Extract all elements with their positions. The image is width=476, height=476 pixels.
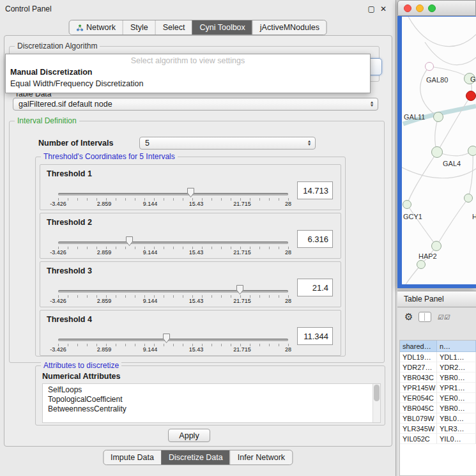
table-cell[interactable]: YLR3…: [437, 424, 476, 434]
network-node[interactable]: [431, 146, 443, 158]
scale-label: 2.859: [97, 346, 112, 353]
list-item-betweennesscentrality[interactable]: BetweennessCentrality: [48, 404, 372, 414]
minimize-traffic-light-button[interactable]: [416, 4, 424, 12]
table-cell[interactable]: YBR043C: [400, 372, 437, 383]
table-cell[interactable]: YLR345W: [400, 424, 437, 434]
table-cell[interactable]: YDL19…: [400, 352, 437, 362]
tab-discretize-data[interactable]: Discretize Data: [161, 450, 230, 464]
table-row[interactable]: YDL19…YDL1…: [400, 352, 476, 362]
table-cell[interactable]: YIL0…: [437, 434, 476, 444]
threshold-4-value-field[interactable]: 11.344: [297, 327, 333, 345]
tab-style[interactable]: Style: [123, 20, 155, 35]
scale-label: 2.859: [97, 201, 112, 207]
gear-icon[interactable]: ⚙: [404, 311, 413, 323]
threshold-4-slider-thumb[interactable]: [162, 333, 171, 344]
table-row[interactable]: YBR043CYBR0…: [400, 372, 476, 383]
scrollbar-thumb[interactable]: [374, 385, 380, 401]
threshold-label: Threshold 3: [47, 266, 92, 275]
tab-infer-network[interactable]: Infer Network: [230, 450, 292, 464]
scrollbar[interactable]: [372, 384, 380, 422]
table-row[interactable]: YLR345WYLR3…: [400, 424, 476, 434]
threshold-1-slider-thumb[interactable]: [187, 187, 195, 198]
row-selection-icons[interactable]: ☑☑: [437, 314, 450, 321]
table-row[interactable]: YBL079WYBL0…: [400, 413, 476, 424]
number-of-intervals-combobox[interactable]: 5 ▲▼: [139, 137, 316, 150]
float-window-button[interactable]: ▢: [368, 4, 375, 13]
zoom-traffic-light-button[interactable]: [428, 4, 436, 12]
threshold-4-slider-track[interactable]: [58, 339, 288, 341]
scale-label: 9.144: [143, 249, 158, 256]
table-row[interactable]: YPR145WYPR1…: [400, 383, 476, 393]
network-node[interactable]: [468, 146, 476, 156]
close-traffic-light-button[interactable]: [404, 4, 411, 12]
threshold-1-slider-track[interactable]: [58, 193, 288, 196]
scale-label: 21.715: [233, 201, 251, 207]
node-label: GA: [470, 75, 476, 83]
tab-impute-data[interactable]: Impute Data: [104, 450, 161, 464]
table-cell[interactable]: YBL079W: [400, 413, 437, 424]
network-node[interactable]: [425, 62, 434, 71]
network-node[interactable]: [433, 112, 443, 122]
node-label: GAL4: [443, 160, 461, 167]
tab-select[interactable]: Select: [155, 20, 192, 35]
threshold-label: Threshold 1: [47, 169, 92, 178]
tab-label: Style: [130, 23, 148, 32]
threshold-3-value-field[interactable]: 21.4: [297, 279, 333, 296]
network-node[interactable]: [403, 200, 411, 209]
table-cell[interactable]: YER0…: [437, 393, 476, 403]
dropdown-option-equal-width-frequency-discretization[interactable]: Equal Width/Frequency Discretization: [6, 78, 370, 89]
tab-cyni-toolbox[interactable]: Cyni Toolbox: [192, 20, 252, 35]
table-cell[interactable]: YDR27…: [400, 362, 437, 372]
dropdown-placeholder: Select algorithm to view settings: [6, 54, 370, 66]
scale-label: 15.43: [189, 249, 204, 256]
threshold-1-value-field[interactable]: 14.713: [297, 181, 333, 199]
network-canvas[interactable]: GAL80GAGAL11GAL4GCY1HHAP2: [402, 17, 476, 284]
table-row[interactable]: YIL052CYIL0…: [400, 434, 476, 444]
stepper-icon: ▲▼: [366, 101, 374, 107]
table-cell[interactable]: YDL1…: [437, 352, 476, 362]
tab-jactivemnodules[interactable]: jActiveMNodules: [252, 20, 326, 35]
table-cell[interactable]: YER054C: [400, 393, 437, 403]
table-row[interactable]: YER054CYER0…: [400, 393, 476, 403]
table-cell[interactable]: YBR045C: [400, 403, 437, 413]
table-row[interactable]: YDR27…YDR2…: [400, 362, 476, 372]
table-cell[interactable]: YDR2…: [437, 362, 476, 372]
column-header-1[interactable]: n…: [437, 341, 476, 352]
table-cell[interactable]: YBL0…: [437, 413, 476, 424]
table-cell[interactable]: YBR0…: [437, 403, 476, 413]
threshold-2-slider-thumb[interactable]: [125, 236, 134, 247]
scale-label: -3.426: [50, 346, 66, 353]
threshold-2-value-field[interactable]: 6.316: [297, 230, 333, 248]
table-cell[interactable]: YPR1…: [437, 383, 476, 393]
network-node[interactable]: [464, 194, 473, 203]
network-view-window: GAL80GAGAL11GAL4GCY1HHAP2: [397, 0, 476, 288]
column-header-0[interactable]: shared…: [400, 341, 437, 352]
columns-icon[interactable]: [418, 312, 431, 322]
table-cell[interactable]: YPR145W: [400, 383, 437, 393]
list-item-topologicalcoefficient[interactable]: TopologicalCoefficient: [48, 395, 372, 404]
tab-network[interactable]: Network: [69, 20, 123, 35]
table-panel-header[interactable]: Table Panel: [397, 291, 476, 307]
list-item-selfloops[interactable]: SelfLoops: [48, 385, 372, 395]
close-window-button[interactable]: ✕: [380, 4, 387, 13]
apply-button[interactable]: Apply: [168, 429, 210, 442]
network-frame: GAL80GAGAL11GAL4GCY1HHAP2: [397, 16, 476, 288]
table-row[interactable]: YBR045CYBR0…: [400, 403, 476, 413]
table-data-combobox[interactable]: galFiltered.sif default node ▲▼: [13, 98, 378, 111]
numerical-attributes-label: Numerical Attributes: [42, 372, 120, 381]
table-panel: ⚙ ☑☑ shared…n…YDL19…YDL1…YDR27…YDR2…YBR0…: [397, 308, 476, 476]
threshold-3-slider-thumb[interactable]: [236, 284, 244, 295]
scale-label: 15.43: [189, 201, 204, 207]
tab-label: Cyni Toolbox: [199, 23, 245, 32]
table-cell[interactable]: YIL052C: [400, 434, 437, 444]
threshold-2-slider-track[interactable]: [58, 242, 288, 244]
network-node[interactable]: [466, 91, 476, 101]
network-node[interactable]: [431, 241, 441, 251]
table-cell[interactable]: YBR0…: [437, 372, 476, 383]
threshold-1-panel: Threshold 1-3.4262.8599.14415.4321.71528…: [40, 164, 341, 210]
dropdown-option-manual-discretization[interactable]: Manual Discretization: [6, 66, 370, 78]
network-node[interactable]: [417, 260, 426, 269]
numerical-attributes-list[interactable]: SelfLoopsTopologicalCoefficientBetweenne…: [42, 383, 381, 423]
threshold-3-slider-track[interactable]: [58, 290, 288, 293]
table-panel-title: Table Panel: [404, 295, 444, 303]
